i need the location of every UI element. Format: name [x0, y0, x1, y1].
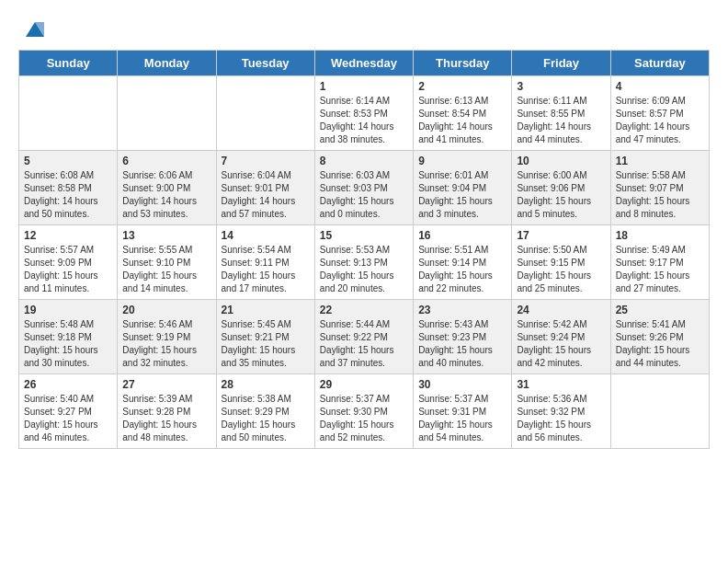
day-number: 14: [222, 229, 310, 242]
day-of-week-header: Wednesday: [314, 51, 413, 76]
day-info: Sunrise: 5:41 AM Sunset: 9:26 PM Dayligh…: [616, 318, 704, 370]
day-info: Sunrise: 6:14 AM Sunset: 8:53 PM Dayligh…: [320, 95, 408, 146]
calendar-day-cell: 27Sunrise: 5:39 AM Sunset: 9:28 PM Dayli…: [118, 374, 216, 449]
calendar-day-cell: 16Sunrise: 5:51 AM Sunset: 9:14 PM Dayli…: [414, 225, 512, 300]
day-number: 3: [517, 80, 605, 93]
calendar-day-cell: 12Sunrise: 5:57 AM Sunset: 9:09 PM Dayli…: [19, 225, 118, 300]
day-info: Sunrise: 5:54 AM Sunset: 9:11 PM Dayligh…: [222, 244, 310, 295]
calendar-day-cell: 7Sunrise: 6:04 AM Sunset: 9:01 PM Daylig…: [216, 151, 314, 225]
day-number: 2: [418, 80, 506, 93]
calendar-day-cell: 25Sunrise: 5:41 AM Sunset: 9:26 PM Dayli…: [610, 300, 709, 374]
day-info: Sunrise: 5:50 AM Sunset: 9:15 PM Dayligh…: [517, 244, 605, 295]
calendar-week-row: 1Sunrise: 6:14 AM Sunset: 8:53 PM Daylig…: [19, 76, 710, 151]
day-number: 23: [418, 304, 506, 316]
calendar-day-cell: [216, 76, 314, 151]
day-info: Sunrise: 5:46 AM Sunset: 9:19 PM Dayligh…: [122, 318, 210, 370]
page-header: [18, 18, 710, 40]
day-of-week-header: Friday: [512, 51, 610, 76]
calendar-day-cell: 6Sunrise: 6:06 AM Sunset: 9:00 PM Daylig…: [118, 151, 216, 225]
day-number: 26: [24, 378, 112, 391]
calendar-day-cell: 10Sunrise: 6:00 AM Sunset: 9:06 PM Dayli…: [512, 151, 610, 225]
calendar-day-cell: 17Sunrise: 5:50 AM Sunset: 9:15 PM Dayli…: [512, 225, 610, 300]
day-info: Sunrise: 6:13 AM Sunset: 8:54 PM Dayligh…: [418, 95, 506, 146]
calendar-week-row: 26Sunrise: 5:40 AM Sunset: 9:27 PM Dayli…: [19, 374, 710, 449]
day-number: 9: [418, 155, 506, 167]
day-info: Sunrise: 5:51 AM Sunset: 9:14 PM Dayligh…: [418, 244, 506, 295]
calendar-day-cell: 8Sunrise: 6:03 AM Sunset: 9:03 PM Daylig…: [314, 151, 413, 225]
day-number: 13: [122, 229, 210, 242]
calendar-week-row: 5Sunrise: 6:08 AM Sunset: 8:58 PM Daylig…: [19, 151, 710, 225]
calendar-day-cell: 4Sunrise: 6:09 AM Sunset: 8:57 PM Daylig…: [610, 76, 709, 151]
day-number: 15: [320, 229, 408, 242]
calendar-day-cell: 21Sunrise: 5:45 AM Sunset: 9:21 PM Dayli…: [216, 300, 314, 374]
day-of-week-header: Monday: [118, 51, 216, 76]
day-number: 6: [122, 155, 210, 167]
day-number: 29: [320, 378, 408, 391]
day-number: 7: [222, 155, 310, 167]
day-number: 20: [122, 304, 210, 316]
day-info: Sunrise: 5:49 AM Sunset: 9:17 PM Dayligh…: [616, 244, 704, 295]
day-of-week-header: Sunday: [19, 51, 118, 76]
calendar-day-cell: 26Sunrise: 5:40 AM Sunset: 9:27 PM Dayli…: [19, 374, 118, 449]
calendar-week-row: 12Sunrise: 5:57 AM Sunset: 9:09 PM Dayli…: [19, 225, 710, 300]
day-number: 21: [222, 304, 310, 316]
day-number: 1: [320, 80, 408, 93]
day-info: Sunrise: 5:48 AM Sunset: 9:18 PM Dayligh…: [24, 318, 112, 370]
calendar-day-cell: 30Sunrise: 5:37 AM Sunset: 9:31 PM Dayli…: [414, 374, 512, 449]
day-info: Sunrise: 6:04 AM Sunset: 9:01 PM Dayligh…: [222, 169, 310, 221]
calendar-header-row: SundayMondayTuesdayWednesdayThursdayFrid…: [19, 51, 710, 76]
day-number: 17: [517, 229, 605, 242]
day-info: Sunrise: 5:45 AM Sunset: 9:21 PM Dayligh…: [222, 318, 310, 370]
day-number: 19: [24, 304, 112, 316]
day-info: Sunrise: 5:43 AM Sunset: 9:23 PM Dayligh…: [418, 318, 506, 370]
day-info: Sunrise: 5:39 AM Sunset: 9:28 PM Dayligh…: [122, 393, 210, 444]
day-info: Sunrise: 5:57 AM Sunset: 9:09 PM Dayligh…: [24, 244, 112, 295]
calendar-day-cell: 31Sunrise: 5:36 AM Sunset: 9:32 PM Dayli…: [512, 374, 610, 449]
calendar-day-cell: 2Sunrise: 6:13 AM Sunset: 8:54 PM Daylig…: [414, 76, 512, 151]
calendar-day-cell: 20Sunrise: 5:46 AM Sunset: 9:19 PM Dayli…: [118, 300, 216, 374]
calendar-day-cell: 29Sunrise: 5:37 AM Sunset: 9:30 PM Dayli…: [314, 374, 413, 449]
day-info: Sunrise: 6:03 AM Sunset: 9:03 PM Dayligh…: [320, 169, 408, 221]
day-number: 4: [616, 80, 704, 93]
day-of-week-header: Saturday: [610, 51, 709, 76]
calendar-day-cell: 28Sunrise: 5:38 AM Sunset: 9:29 PM Dayli…: [216, 374, 314, 449]
calendar-table: SundayMondayTuesdayWednesdayThursdayFrid…: [18, 50, 710, 449]
calendar-day-cell: [118, 76, 216, 151]
day-info: Sunrise: 5:37 AM Sunset: 9:30 PM Dayligh…: [320, 393, 408, 444]
calendar-day-cell: [610, 374, 709, 449]
day-of-week-header: Tuesday: [216, 51, 314, 76]
logo-icon: [22, 18, 44, 40]
day-number: 31: [517, 378, 605, 391]
day-info: Sunrise: 5:40 AM Sunset: 9:27 PM Dayligh…: [24, 393, 112, 444]
calendar-day-cell: [19, 76, 118, 151]
day-info: Sunrise: 5:53 AM Sunset: 9:13 PM Dayligh…: [320, 244, 408, 295]
calendar-day-cell: 3Sunrise: 6:11 AM Sunset: 8:55 PM Daylig…: [512, 76, 610, 151]
day-info: Sunrise: 6:09 AM Sunset: 8:57 PM Dayligh…: [616, 95, 704, 146]
day-number: 30: [418, 378, 506, 391]
day-number: 25: [616, 304, 704, 316]
calendar-day-cell: 11Sunrise: 5:58 AM Sunset: 9:07 PM Dayli…: [610, 151, 709, 225]
calendar-day-cell: 15Sunrise: 5:53 AM Sunset: 9:13 PM Dayli…: [314, 225, 413, 300]
calendar-day-cell: 19Sunrise: 5:48 AM Sunset: 9:18 PM Dayli…: [19, 300, 118, 374]
day-number: 8: [320, 155, 408, 167]
calendar-day-cell: 9Sunrise: 6:01 AM Sunset: 9:04 PM Daylig…: [414, 151, 512, 225]
day-number: 11: [616, 155, 704, 167]
calendar-day-cell: 13Sunrise: 5:55 AM Sunset: 9:10 PM Dayli…: [118, 225, 216, 300]
day-info: Sunrise: 6:06 AM Sunset: 9:00 PM Dayligh…: [122, 169, 210, 221]
calendar-day-cell: 14Sunrise: 5:54 AM Sunset: 9:11 PM Dayli…: [216, 225, 314, 300]
day-info: Sunrise: 6:00 AM Sunset: 9:06 PM Dayligh…: [517, 169, 605, 221]
calendar-day-cell: 1Sunrise: 6:14 AM Sunset: 8:53 PM Daylig…: [314, 76, 413, 151]
day-number: 18: [616, 229, 704, 242]
day-info: Sunrise: 5:42 AM Sunset: 9:24 PM Dayligh…: [517, 318, 605, 370]
day-info: Sunrise: 5:55 AM Sunset: 9:10 PM Dayligh…: [122, 244, 210, 295]
day-number: 24: [517, 304, 605, 316]
day-info: Sunrise: 5:37 AM Sunset: 9:31 PM Dayligh…: [418, 393, 506, 444]
day-info: Sunrise: 5:58 AM Sunset: 9:07 PM Dayligh…: [616, 169, 704, 221]
calendar-day-cell: 24Sunrise: 5:42 AM Sunset: 9:24 PM Dayli…: [512, 300, 610, 374]
day-info: Sunrise: 5:38 AM Sunset: 9:29 PM Dayligh…: [222, 393, 310, 444]
day-number: 5: [24, 155, 112, 167]
day-info: Sunrise: 5:36 AM Sunset: 9:32 PM Dayligh…: [517, 393, 605, 444]
day-number: 22: [320, 304, 408, 316]
calendar-week-row: 19Sunrise: 5:48 AM Sunset: 9:18 PM Dayli…: [19, 300, 710, 374]
calendar-day-cell: 22Sunrise: 5:44 AM Sunset: 9:22 PM Dayli…: [314, 300, 413, 374]
